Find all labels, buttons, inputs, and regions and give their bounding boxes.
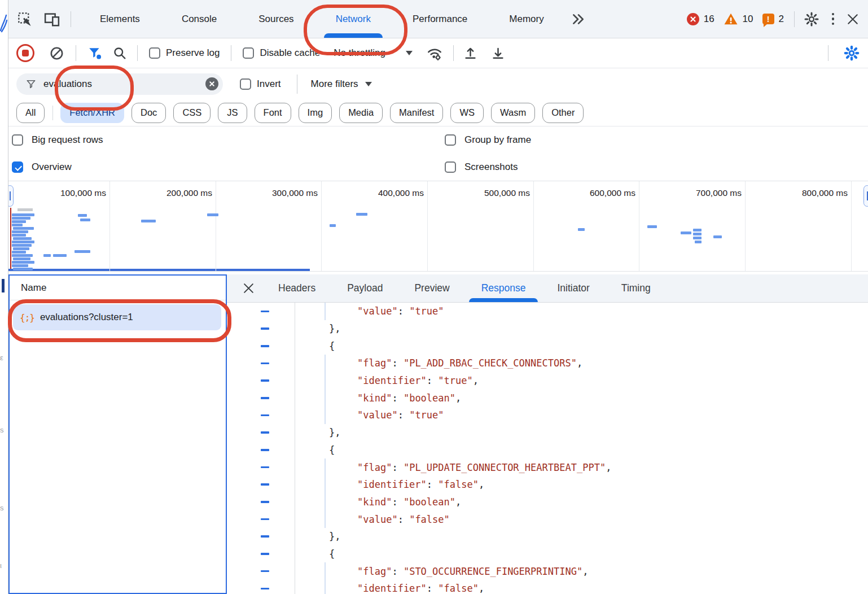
fold-marker-dash[interactable] — [261, 431, 269, 434]
fold-gutter[interactable] — [227, 476, 295, 493]
fold-marker-dash[interactable] — [261, 362, 269, 365]
fold-gutter[interactable] — [227, 528, 295, 545]
issue-count[interactable]: 2 — [779, 14, 784, 25]
more-filters-caret-icon[interactable] — [365, 82, 372, 86]
filter-chip-img[interactable]: Img — [299, 103, 332, 123]
response-body-viewer[interactable]: "value": "true"},{"flag": "PL_ADD_RBAC_C… — [227, 303, 868, 594]
fold-marker-dash[interactable] — [261, 449, 269, 451]
import-har-icon[interactable] — [463, 46, 478, 61]
issues-badge-icon[interactable]: ! — [762, 14, 774, 24]
tab-network[interactable]: Network — [315, 0, 392, 38]
fold-gutter[interactable] — [227, 303, 295, 320]
name-column-header[interactable]: Name — [10, 276, 226, 300]
error-badge-icon[interactable] — [687, 13, 699, 25]
filter-chip-media[interactable]: Media — [339, 103, 383, 123]
fold-gutter[interactable] — [227, 545, 295, 563]
detail-tab-headers[interactable]: Headers — [262, 274, 331, 302]
fold-gutter[interactable] — [227, 510, 295, 528]
request-row-selected[interactable]: {;} evaluations?cluster=1 — [13, 304, 221, 330]
clear-network-log-icon[interactable] — [49, 46, 64, 61]
fold-marker-dash[interactable] — [261, 518, 269, 521]
kebab-menu-icon[interactable] — [831, 13, 835, 25]
filter-icon[interactable] — [87, 46, 102, 60]
filter-chip-font[interactable]: Font — [255, 103, 291, 123]
filter-chip-doc[interactable]: Doc — [131, 103, 166, 123]
fold-gutter[interactable] — [227, 458, 295, 476]
inspect-element-button[interactable] — [15, 10, 34, 29]
fold-marker-dash[interactable] — [261, 327, 269, 330]
fold-gutter[interactable] — [227, 442, 295, 459]
network-settings-gear-icon[interactable] — [843, 45, 860, 62]
preserve-log-label[interactable]: Preserve log — [166, 47, 220, 59]
filter-chip-js[interactable]: JS — [218, 103, 247, 123]
fold-gutter[interactable] — [227, 407, 295, 424]
filter-text-input[interactable] — [42, 78, 205, 90]
invert-filter-checkbox[interactable] — [240, 78, 251, 90]
record-network-log-button[interactable] — [16, 44, 34, 62]
tab-elements[interactable]: Elements — [79, 0, 161, 38]
detail-tab-timing[interactable]: Timing — [606, 274, 667, 302]
fold-gutter[interactable] — [227, 580, 295, 594]
fold-gutter[interactable] — [227, 320, 295, 338]
throttling-select[interactable]: No throttling — [334, 47, 385, 59]
error-count[interactable]: 16 — [704, 14, 714, 25]
settings-gear-icon[interactable] — [804, 11, 819, 27]
fold-marker-dash[interactable] — [261, 535, 269, 538]
big-request-rows-checkbox[interactable] — [12, 134, 23, 146]
fold-gutter[interactable] — [227, 493, 295, 511]
group-by-frame-checkbox[interactable] — [445, 134, 456, 146]
fold-marker-dash[interactable] — [261, 311, 269, 313]
fold-marker-dash[interactable] — [261, 483, 269, 486]
fold-marker-dash[interactable] — [261, 553, 269, 555]
tab-memory[interactable]: Memory — [488, 0, 564, 38]
fold-marker-dash[interactable] — [261, 501, 269, 503]
fold-marker-dash[interactable] — [261, 397, 269, 399]
close-detail-button[interactable] — [243, 282, 255, 294]
fold-gutter[interactable] — [227, 424, 295, 442]
preserve-log-checkbox[interactable] — [149, 47, 160, 59]
detail-tab-preview[interactable]: Preview — [398, 274, 465, 302]
throttling-caret-icon[interactable] — [406, 51, 413, 55]
filter-chip-all[interactable]: All — [16, 103, 45, 123]
group-by-frame-label[interactable]: Group by frame — [464, 134, 531, 146]
tab-console[interactable]: Console — [161, 0, 238, 38]
warning-count[interactable]: 10 — [743, 14, 753, 25]
close-devtools-icon[interactable] — [847, 13, 859, 25]
fold-gutter[interactable] — [227, 372, 295, 390]
export-har-icon[interactable] — [490, 46, 506, 61]
screenshots-label[interactable]: Screenshots — [464, 161, 518, 173]
network-overview-timeline[interactable]: 100,000 ms200,000 ms300,000 ms400,000 ms… — [8, 181, 868, 272]
fold-marker-dash[interactable] — [261, 379, 269, 382]
tab-performance[interactable]: Performance — [392, 0, 488, 38]
filter-chip-manifest[interactable]: Manifest — [390, 103, 443, 123]
filter-chip-fetch-xhr[interactable]: Fetch/XHR — [60, 103, 124, 123]
network-conditions-icon[interactable] — [426, 45, 443, 62]
filter-chip-wasm[interactable]: Wasm — [491, 103, 535, 123]
toggle-device-toolbar-button[interactable] — [42, 10, 62, 29]
filter-chip-css[interactable]: CSS — [173, 103, 211, 123]
overview-right-handle[interactable] — [863, 185, 868, 207]
overview-left-handle[interactable] — [8, 185, 14, 207]
fold-marker-dash[interactable] — [261, 466, 269, 469]
fold-gutter[interactable] — [227, 562, 295, 580]
detail-tab-response[interactable]: Response — [466, 274, 542, 302]
screenshots-checkbox[interactable] — [445, 161, 456, 173]
fold-marker-dash[interactable] — [261, 570, 269, 573]
fold-gutter[interactable] — [227, 389, 295, 407]
more-filters-button[interactable]: More filters — [311, 78, 358, 90]
invert-filter-label[interactable]: Invert — [257, 78, 281, 90]
tab-sources[interactable]: Sources — [238, 0, 314, 38]
warning-badge-icon[interactable] — [724, 12, 738, 27]
request-filter-input-box[interactable] — [16, 73, 223, 95]
filter-chip-other[interactable]: Other — [542, 103, 584, 123]
more-panels-button[interactable] — [571, 12, 585, 27]
overview-checkbox[interactable] — [12, 161, 23, 173]
clear-filter-icon[interactable] — [205, 77, 218, 90]
filter-chip-ws[interactable]: WS — [450, 103, 484, 123]
detail-tab-payload[interactable]: Payload — [331, 274, 398, 302]
disable-cache-label[interactable]: Disable cache — [260, 47, 320, 59]
fold-gutter[interactable] — [227, 337, 295, 355]
fold-marker-dash[interactable] — [261, 345, 269, 347]
fold-gutter[interactable] — [227, 355, 295, 372]
disable-cache-checkbox[interactable] — [243, 47, 254, 59]
